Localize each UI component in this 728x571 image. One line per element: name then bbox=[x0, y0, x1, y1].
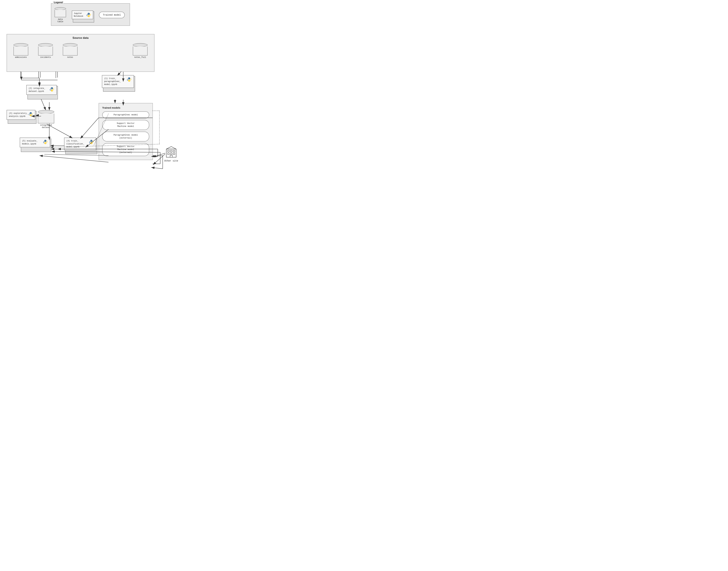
python-icon-4 bbox=[89, 139, 94, 144]
svg-line-46 bbox=[118, 72, 121, 76]
svg-point-27 bbox=[91, 140, 91, 141]
notebook-5-wrapper: (5) evaluate_models.ipynb bbox=[20, 137, 50, 147]
svg-rect-35 bbox=[173, 150, 175, 152]
table-notes: notes bbox=[63, 43, 78, 59]
svg-marker-32 bbox=[166, 146, 176, 149]
svg-point-30 bbox=[46, 143, 46, 144]
notebook-4-wrapper: (4) train_classification_model.ipynb bbox=[64, 137, 96, 150]
table-admissions: admissions bbox=[13, 43, 28, 59]
model-paragraph2vec: Paragraph2vec model bbox=[102, 111, 149, 118]
svg-rect-34 bbox=[170, 150, 172, 152]
notebook-3-wrapper: (3) exploratory_analysis.ipynb bbox=[7, 110, 35, 120]
trained-models-title: Trained models bbox=[102, 106, 149, 109]
notebook-1[interactable]: (1) train_paragraph2vec_model.ipynb bbox=[102, 75, 134, 88]
python-icon-2 bbox=[49, 87, 54, 92]
svg-rect-39 bbox=[170, 155, 172, 157]
trained-models-box: Trained models Paragraph2vec model Suppo… bbox=[99, 103, 153, 160]
model-paragraph2vec-external: Paragraph2vec model(external) bbox=[102, 132, 149, 141]
notebook-5[interactable]: (5) evaluate_models.ipynb bbox=[20, 137, 50, 147]
building-icon bbox=[165, 146, 178, 159]
python-icon-3 bbox=[28, 112, 33, 116]
legend-datatable-label: datatable bbox=[57, 18, 63, 23]
svg-line-50 bbox=[81, 118, 99, 138]
legend-datatable: datatable bbox=[54, 7, 66, 23]
svg-point-25 bbox=[30, 113, 30, 113]
table-incidents: incidents bbox=[38, 43, 53, 59]
model-svm-external: Support VectorMachine model(external) bbox=[102, 143, 149, 156]
svg-point-28 bbox=[92, 143, 92, 144]
notebook-3-label: (3) exploratory_analysis.ipynb bbox=[9, 112, 28, 118]
integrated-dataset: integrateddataset bbox=[38, 110, 54, 129]
svg-line-60 bbox=[153, 154, 165, 164]
notebook-4[interactable]: (4) train_classification_model.ipynb bbox=[64, 137, 96, 150]
svg-line-43 bbox=[41, 99, 46, 110]
svg-line-18 bbox=[151, 155, 163, 156]
notebook-2-label: (2) integrate_dataset.ipynb bbox=[29, 87, 45, 93]
python-icon bbox=[86, 12, 91, 17]
svg-rect-33 bbox=[167, 150, 169, 152]
svg-rect-38 bbox=[173, 153, 175, 155]
svg-line-20 bbox=[151, 167, 163, 169]
source-data-title: Source data bbox=[7, 36, 154, 39]
svg-point-24 bbox=[52, 91, 53, 91]
notebook-2-wrapper: (2) integrate_dataset.ipynb bbox=[26, 85, 57, 95]
python-icon-5 bbox=[43, 139, 48, 144]
notes-full-label: notes_full bbox=[134, 56, 146, 59]
notebook-2[interactable]: (2) integrate_dataset.ipynb bbox=[26, 85, 57, 95]
svg-point-0 bbox=[88, 13, 89, 14]
svg-rect-37 bbox=[170, 153, 172, 155]
notebook-1-label: (1) train_paragraph2vec_model.ipynb bbox=[104, 77, 121, 86]
integrated-dataset-label: integrateddataset bbox=[40, 124, 52, 129]
model-svm: Support VectorMachine model bbox=[102, 120, 149, 130]
svg-rect-36 bbox=[167, 153, 169, 155]
svg-point-23 bbox=[51, 88, 52, 88]
source-data-box: Source data admissions incidents notes bbox=[7, 34, 154, 72]
legend-notebook-label: JupyterNotebook bbox=[74, 12, 83, 18]
other-site-label: Other site bbox=[164, 159, 178, 162]
svg-point-26 bbox=[31, 115, 31, 116]
svg-point-22 bbox=[129, 81, 130, 81]
notebook-4-label: (4) train_classification_model.ipynb bbox=[67, 139, 84, 148]
notebook-3[interactable]: (3) exploratory_analysis.ipynb bbox=[7, 110, 35, 120]
admissions-label: admissions bbox=[15, 56, 27, 59]
python-icon-1 bbox=[127, 77, 132, 82]
other-site: Other site bbox=[164, 146, 178, 162]
notebook-5-label: (5) evaluate_models.ipynb bbox=[22, 139, 37, 145]
main-diagram: Source data admissions incidents notes bbox=[3, 34, 192, 182]
svg-line-16 bbox=[39, 155, 108, 162]
incidents-label: incidents bbox=[40, 56, 51, 59]
legend-trained-model: Trained model bbox=[99, 12, 125, 18]
legend-notebook: JupyterNotebook bbox=[72, 10, 93, 19]
notebook-1-wrapper: (1) train_paragraph2vec_model.ipynb bbox=[102, 75, 134, 88]
svg-point-1 bbox=[89, 16, 90, 16]
notes-label: notes bbox=[67, 56, 73, 59]
svg-point-29 bbox=[45, 140, 45, 141]
legend-title: Legend bbox=[53, 1, 64, 4]
svg-point-21 bbox=[128, 78, 129, 79]
table-notes-full: notes_full bbox=[133, 43, 147, 59]
svg-line-61 bbox=[153, 153, 165, 157]
